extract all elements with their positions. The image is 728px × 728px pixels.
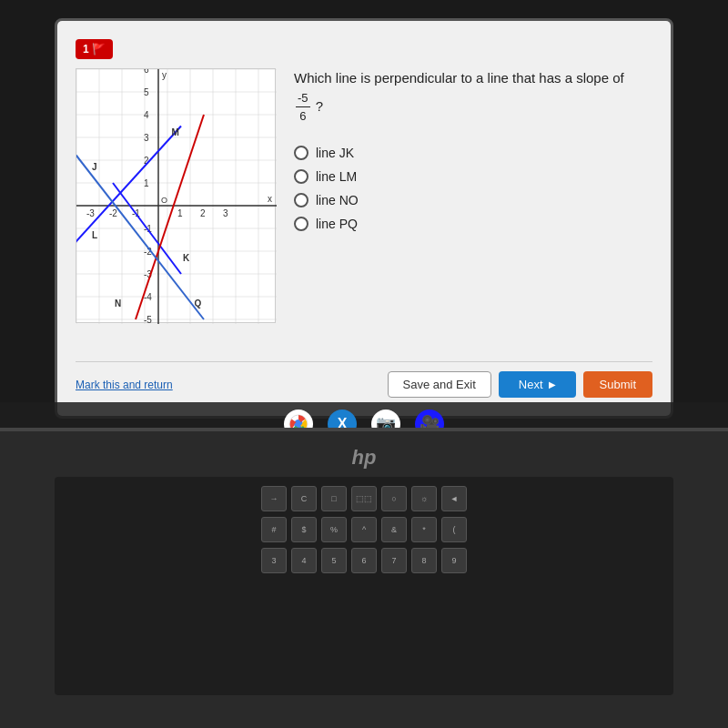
option-no[interactable]: line NO	[294, 193, 652, 207]
save-exit-button[interactable]: Save and Exit	[388, 371, 491, 398]
key-caret[interactable]: ^	[351, 517, 377, 542]
laptop-screen: 1 🚩 Which line is perpendicular to a lin…	[55, 18, 673, 419]
submit-button[interactable]: Submit	[583, 371, 652, 398]
key-ampersand[interactable]: &	[381, 517, 407, 542]
key-window[interactable]: □	[321, 486, 347, 511]
radio-pq[interactable]	[294, 217, 308, 231]
top-bar: 1 🚩	[76, 39, 652, 59]
key-dollar[interactable]: $	[291, 517, 317, 542]
laptop-body: hp → C □ ⬚⬚ ○ ☼ ◄ # $ % ^ & * ( 3 4 5 6 …	[0, 428, 728, 728]
key-3[interactable]: 3	[261, 548, 287, 573]
key-row-1: → C □ ⬚⬚ ○ ☼ ◄	[64, 486, 664, 511]
option-pq[interactable]: line PQ	[294, 217, 652, 231]
next-button[interactable]: Next	[499, 371, 576, 398]
question-area: Which line is perpendicular to a line th…	[294, 68, 652, 347]
key-arrow[interactable]: →	[261, 486, 287, 511]
key-paren[interactable]: (	[441, 517, 467, 542]
fraction: -5 6	[296, 89, 310, 126]
flag-icon: 🚩	[92, 43, 106, 56]
radio-jk[interactable]	[294, 146, 308, 160]
key-7[interactable]: 7	[381, 548, 407, 573]
flag-number: 1	[83, 43, 89, 56]
key-multiwindow[interactable]: ⬚⬚	[351, 486, 377, 511]
key-4[interactable]: 4	[291, 548, 317, 573]
hp-logo: hp	[352, 446, 377, 470]
key-percent[interactable]: %	[321, 517, 347, 542]
bottom-bar: Mark this and return Save and Exit Next …	[76, 361, 652, 398]
keyboard: → C □ ⬚⬚ ○ ☼ ◄ # $ % ^ & * ( 3 4 5 6 7 8…	[55, 477, 673, 695]
key-8[interactable]: 8	[411, 548, 437, 573]
key-c[interactable]: C	[291, 486, 317, 511]
key-brightness[interactable]: ☼	[411, 486, 437, 511]
key-hash[interactable]: #	[261, 517, 287, 542]
key-back[interactable]: ◄	[441, 486, 467, 511]
key-9[interactable]: 9	[441, 548, 467, 573]
option-lm[interactable]: line LM	[294, 169, 652, 184]
options-list: line JK line LM line NO line PQ	[294, 146, 652, 231]
key-5[interactable]: 5	[321, 548, 347, 573]
radio-no[interactable]	[294, 193, 308, 207]
key-row-2: # $ % ^ & * (	[64, 517, 664, 542]
flag-button[interactable]: 1 🚩	[76, 39, 113, 59]
quiz-container: 1 🚩 Which line is perpendicular to a lin…	[57, 21, 671, 416]
option-jk[interactable]: line JK	[294, 146, 652, 160]
key-asterisk[interactable]: *	[411, 517, 437, 542]
content-area: Which line is perpendicular to a line th…	[76, 68, 652, 347]
key-circle[interactable]: ○	[381, 486, 407, 511]
question-text: Which line is perpendicular to a line th…	[294, 68, 652, 126]
key-6[interactable]: 6	[351, 548, 377, 573]
graph-area	[76, 68, 276, 323]
radio-lm[interactable]	[294, 169, 308, 184]
key-row-3: 3 4 5 6 7 8 9	[64, 548, 664, 573]
button-group: Save and Exit Next Submit	[388, 371, 652, 398]
mark-return-link[interactable]: Mark this and return	[76, 379, 173, 391]
